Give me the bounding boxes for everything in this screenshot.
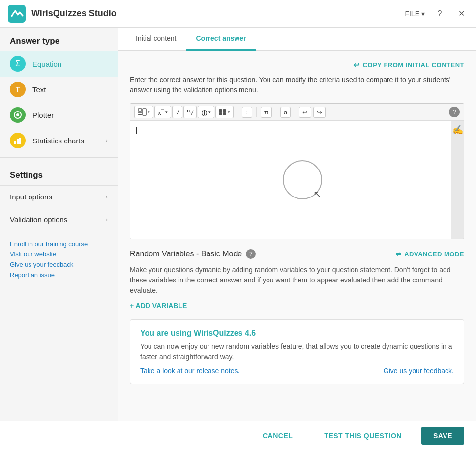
- sidebar-item-validation-options[interactable]: Validation options ›: [0, 208, 118, 230]
- chevron-down-icon-matrix: ▾: [228, 110, 230, 114]
- toolbar-redo-btn[interactable]: ↪: [313, 107, 326, 118]
- toolbar-sep-2: [256, 107, 257, 117]
- sidebar-item-plotter[interactable]: Plotter: [0, 102, 118, 128]
- svg-rect-10: [143, 109, 146, 115]
- main-layout: Answer type Σ Equation T Text Plotter: [0, 28, 476, 421]
- titlebar-right: FILE ▾ ? ✕: [405, 7, 468, 21]
- toolbar-sep-4: [295, 107, 295, 117]
- add-variable-button[interactable]: + ADD VARIABLE: [130, 302, 187, 309]
- content-inner: ↩ COPY FROM INITIAL CONTENT Enter the co…: [118, 51, 476, 394]
- random-variables-section: Random Variables - Basic Mode ? ⇌ ADVANC…: [130, 249, 464, 309]
- math-editor: ▾ x□ ▾ √ n√ (∫) ▾: [130, 103, 464, 239]
- save-button[interactable]: SAVE: [421, 427, 464, 445]
- chevron-down-icon: ▾: [421, 10, 425, 18]
- answer-type-heading: Answer type: [0, 28, 118, 51]
- settings-heading: Settings: [0, 162, 118, 185]
- random-vars-title-group: Random Variables - Basic Mode ?: [130, 249, 256, 259]
- copy-from-initial-content-button[interactable]: ↩ COPY FROM INITIAL CONTENT: [130, 60, 464, 70]
- sidebar-divider: [0, 157, 118, 158]
- statistics-icon: [10, 133, 26, 148]
- training-link[interactable]: Enroll in our training course: [10, 240, 108, 248]
- sidebar-links: Enroll in our training course Visit our …: [0, 230, 118, 288]
- toolbar-sep-3: [276, 107, 276, 117]
- text-icon: T: [10, 82, 26, 97]
- file-menu-label: FILE: [405, 10, 419, 18]
- svg-rect-6: [19, 138, 21, 144]
- sidebar-item-label-plotter: Plotter: [32, 111, 54, 119]
- toolbar-group-1: ▾ x□ ▾ √ n√ (∫) ▾: [134, 106, 234, 118]
- sidebar-item-input-options[interactable]: Input options ›: [0, 185, 118, 208]
- random-vars-title-text: Random Variables - Basic Mode: [130, 250, 242, 258]
- svg-rect-12: [223, 109, 226, 112]
- input-options-chevron-icon: ›: [106, 193, 108, 200]
- svg-rect-4: [14, 141, 16, 144]
- toolbar-matrix-btn[interactable]: ▾: [215, 106, 234, 118]
- cursor-arrow-icon: ↖: [313, 188, 322, 200]
- app-logo: [8, 5, 26, 23]
- random-vars-header: Random Variables - Basic Mode ? ⇌ ADVANC…: [130, 249, 464, 259]
- advanced-mode-icon: ⇌: [396, 251, 402, 258]
- chevron-down-icon-int: ▾: [208, 110, 211, 114]
- app-title: WirisQuizzes Studio: [31, 8, 117, 19]
- svg-rect-5: [17, 139, 19, 144]
- sidebar-item-label-text: Text: [32, 85, 46, 94]
- random-vars-help-button[interactable]: ?: [246, 249, 256, 259]
- math-editor-help-button[interactable]: ?: [449, 107, 460, 117]
- titlebar-left: WirisQuizzes Studio: [8, 5, 117, 23]
- chevron-down-icon-super: ▾: [165, 110, 168, 114]
- toolbar-divide-btn[interactable]: ÷: [242, 107, 252, 118]
- info-feedback-link[interactable]: Give us your feedback.: [384, 367, 454, 375]
- svg-rect-14: [223, 112, 226, 115]
- add-variable-label: + ADD VARIABLE: [130, 302, 187, 309]
- test-question-button[interactable]: TEST THIS QUESTION: [312, 427, 414, 445]
- svg-point-3: [16, 113, 19, 116]
- cancel-button[interactable]: CANCEL: [251, 427, 304, 445]
- toolbar-undo-btn[interactable]: ↩: [299, 107, 311, 118]
- svg-rect-13: [219, 112, 222, 115]
- sidebar-item-text[interactable]: T Text: [0, 77, 118, 102]
- svg-rect-11: [219, 109, 222, 112]
- info-box-links: Take a look at our release notes. Give u…: [140, 367, 454, 375]
- release-notes-link[interactable]: Take a look at our release notes.: [140, 367, 239, 375]
- math-editor-sidebar: ✍: [451, 121, 464, 239]
- info-box-text: You can now enjoy our new random variabl…: [140, 341, 454, 362]
- sidebar-item-equation[interactable]: Σ Equation: [0, 51, 118, 77]
- sidebar: Answer type Σ Equation T Text Plotter: [0, 28, 118, 421]
- copy-label: COPY FROM INITIAL CONTENT: [363, 61, 464, 69]
- toolbar-sqrt-btn[interactable]: √: [172, 106, 182, 118]
- close-button[interactable]: ✕: [454, 7, 468, 21]
- issue-link[interactable]: Report an issue: [10, 271, 108, 279]
- copy-icon: ↩: [353, 60, 360, 70]
- sidebar-item-statistics-charts[interactable]: Statistics charts ›: [0, 128, 118, 153]
- toolbar-integral-btn[interactable]: (∫) ▾: [198, 106, 214, 118]
- math-side-handwriting-icon[interactable]: ✍: [453, 125, 463, 135]
- math-toolbar: ▾ x□ ▾ √ n√ (∫) ▾: [130, 104, 464, 121]
- feedback-link[interactable]: Give us your feedback: [10, 261, 108, 268]
- advanced-mode-label: ADVANCED MODE: [404, 251, 464, 258]
- toolbar-superscript-btn[interactable]: x□ ▾: [154, 106, 171, 118]
- website-link[interactable]: Visit our website: [10, 251, 108, 258]
- tab-correct-answer[interactable]: Correct answer: [186, 28, 256, 51]
- chevron-down-icon-fraction: ▾: [148, 110, 150, 114]
- random-vars-description: Make your questions dymanic by adding ra…: [130, 265, 464, 296]
- toolbar-alpha-btn[interactable]: α: [280, 107, 291, 118]
- math-input-area[interactable]: ↖: [130, 121, 451, 239]
- tabs-bar: Initial content Correct answer: [118, 28, 476, 51]
- info-box-title: You are using WirisQuizzes 4.6: [140, 329, 454, 338]
- toolbar-fraction-btn[interactable]: ▾: [134, 106, 153, 118]
- validation-options-chevron-icon: ›: [106, 216, 108, 223]
- sidebar-item-label-equation: Equation: [32, 60, 61, 68]
- plotter-icon: [10, 107, 26, 123]
- equation-icon: Σ: [10, 56, 26, 72]
- sidebar-item-label-statistics: Statistics charts: [32, 137, 84, 145]
- svg-rect-7: [138, 109, 142, 111]
- file-menu[interactable]: FILE ▾: [405, 10, 425, 18]
- help-button[interactable]: ?: [433, 7, 446, 21]
- tab-initial-content[interactable]: Initial content: [126, 28, 186, 51]
- advanced-mode-button[interactable]: ⇌ ADVANCED MODE: [396, 251, 464, 258]
- math-editor-body: ↖ ✍: [130, 121, 464, 239]
- footer: CANCEL TEST THIS QUESTION SAVE: [0, 421, 476, 450]
- titlebar: WirisQuizzes Studio FILE ▾ ? ✕: [0, 0, 476, 28]
- toolbar-pi-btn[interactable]: π: [261, 107, 272, 118]
- toolbar-nth-root-btn[interactable]: n√: [183, 106, 197, 118]
